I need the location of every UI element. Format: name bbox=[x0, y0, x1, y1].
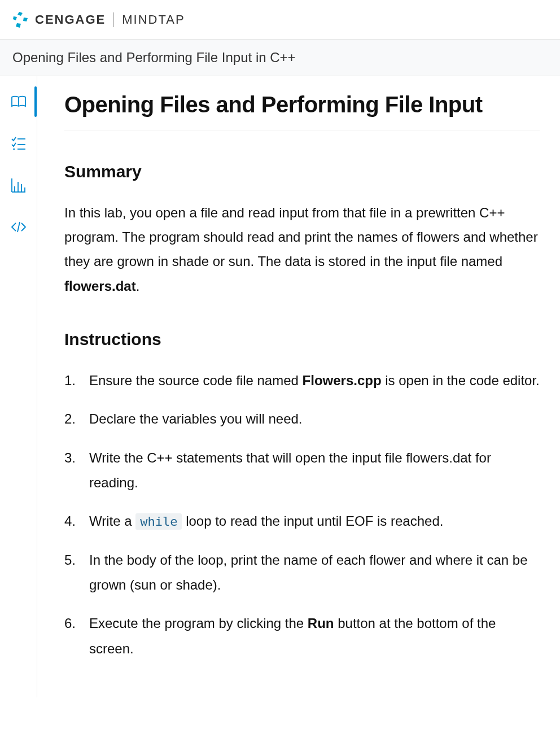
sidebar-item-analytics[interactable] bbox=[0, 164, 37, 206]
instruction-step: Ensure the source code file named Flower… bbox=[64, 368, 540, 393]
app-header: CENGAGE MINDTAP bbox=[0, 0, 560, 40]
book-icon bbox=[10, 93, 28, 111]
instruction-step: Write the C++ statements that will open … bbox=[64, 446, 540, 496]
cengage-logo-icon bbox=[11, 11, 29, 29]
breadcrumb: Opening Files and Performing File Input … bbox=[0, 40, 560, 76]
step-text: Write a bbox=[89, 513, 135, 529]
sidebar-item-reading[interactable] bbox=[0, 81, 37, 123]
instruction-step: Declare the variables you will need. bbox=[64, 407, 540, 431]
sidebar-item-tasks[interactable] bbox=[0, 123, 37, 164]
inline-code: while bbox=[135, 513, 182, 530]
summary-heading: Summary bbox=[64, 162, 540, 181]
instruction-step: Execute the program by clicking the Run … bbox=[64, 611, 540, 661]
step-text: In the body of the loop, print the name … bbox=[89, 552, 528, 592]
summary-filename: flowers.dat bbox=[64, 278, 136, 294]
step-filename: Flowers.cpp bbox=[303, 373, 382, 388]
instructions-heading: Instructions bbox=[64, 330, 540, 349]
svg-line-11 bbox=[18, 222, 20, 232]
main-content: Opening Files and Performing File Input … bbox=[37, 76, 560, 697]
run-button-label: Run bbox=[308, 616, 334, 631]
instruction-step: In the body of the loop, print the name … bbox=[64, 548, 540, 598]
instructions-list: Ensure the source code file named Flower… bbox=[64, 368, 540, 662]
checklist-icon bbox=[10, 134, 28, 152]
step-text: Declare the variables you will need. bbox=[89, 411, 303, 426]
body-wrap: Opening Files and Performing File Input … bbox=[0, 76, 560, 697]
brand-divider bbox=[113, 12, 114, 27]
page-title: Opening Files and Performing File Input bbox=[64, 76, 540, 130]
summary-paragraph: In this lab, you open a file and read in… bbox=[64, 200, 540, 298]
step-text: loop to read the input until EOF is reac… bbox=[182, 513, 443, 529]
summary-text-pre: In this lab, you open a file and read in… bbox=[64, 205, 538, 269]
summary-text-post: . bbox=[136, 278, 140, 294]
step-text: Execute the program by clicking the bbox=[89, 616, 308, 631]
product-name: MINDTAP bbox=[122, 12, 185, 27]
bar-chart-icon bbox=[10, 176, 28, 194]
sidebar-item-code[interactable] bbox=[0, 206, 37, 248]
step-text: is open in the code editor. bbox=[382, 373, 540, 388]
breadcrumb-text: Opening Files and Performing File Input … bbox=[12, 50, 296, 65]
step-text: Ensure the source code file named bbox=[89, 373, 303, 388]
code-icon bbox=[10, 218, 28, 236]
instruction-step: Write a while loop to read the input unt… bbox=[64, 509, 540, 534]
sidebar bbox=[0, 76, 37, 697]
step-text: Write the C++ statements that will open … bbox=[89, 450, 491, 490]
brand-name: CENGAGE bbox=[35, 12, 106, 27]
